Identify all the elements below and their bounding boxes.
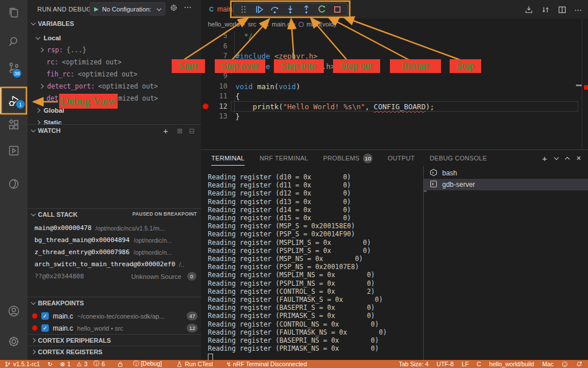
breakpoint-checkbox[interactable]: ✓ (41, 312, 49, 320)
chevron-right-icon (36, 108, 40, 112)
breakpoint-row[interactable]: ✓main.c~/conexio-tec/conexio-sdk/ap...47 (28, 310, 201, 322)
panel-tab-nrf-terminal[interactable]: NRF TERMINAL (260, 151, 308, 166)
maximize-panel-icon[interactable] (565, 156, 570, 161)
compare-changes-icon[interactable] (541, 5, 550, 14)
section-cortex-peripherals[interactable]: CORTEX PERIPHERALS (28, 334, 201, 346)
problems-summary[interactable]: ⊗1⚠3ⓘ6 (60, 360, 105, 368)
feedback-icon[interactable] (562, 361, 568, 367)
close-panel-icon[interactable]: × (577, 154, 581, 163)
panel-tab-output[interactable]: OUTPUT (388, 151, 415, 166)
error-count: 1 (67, 361, 71, 367)
variables-header[interactable]: VARIABLES (28, 18, 201, 29)
breakpoints-header[interactable]: BREAKPOINTS (28, 297, 201, 309)
section-title: CORTEX REGISTERS (38, 348, 102, 355)
vscode-window: 381 RUN AND DEBUG ▶ No Configuration: ⋯ … (0, 0, 588, 368)
status-item-2[interactable]: LF (462, 361, 469, 367)
chevron-down-icon (31, 212, 36, 216)
run-ctest-item[interactable]: Run CTest (176, 361, 213, 367)
breadcrumb-item[interactable]: hello_world (208, 21, 240, 28)
run-below-icon[interactable] (524, 5, 533, 14)
search-icon[interactable] (7, 34, 21, 48)
collapse-all-icon[interactable]: ⊟ (189, 127, 195, 135)
panel-tab-debug-console[interactable]: DEBUG CONSOLE (430, 151, 487, 166)
bell-icon[interactable] (576, 361, 582, 367)
frame-badge: 0 (187, 272, 196, 281)
overview-ruler-mark (576, 85, 582, 86)
status-item-0[interactable]: Tab Size: 4 (399, 361, 428, 367)
terminal-output[interactable]: Reading register (d10 = 0x 0) Reading re… (208, 173, 387, 352)
variable-value: <optimized out> (62, 58, 122, 66)
new-terminal-icon[interactable]: + (542, 154, 547, 163)
explorer-icon[interactable] (7, 6, 21, 20)
terminal-dropdown-icon[interactable] (554, 155, 559, 160)
stop-button[interactable] (331, 4, 344, 16)
status-item-5[interactable]: Mac (542, 361, 554, 367)
breakpoint-dot-icon (32, 325, 37, 331)
add-watch-icon[interactable]: + (163, 126, 168, 136)
breakpoint-row[interactable]: ✓main.chello_world • src12 (28, 322, 201, 334)
breadcrumb-item[interactable]: main.c (272, 21, 290, 28)
frame-source: Unknown Source (131, 273, 187, 280)
breadcrumb-item[interactable]: main(void) (307, 21, 336, 28)
terminal-list-item-gdb-server[interactable]: gdb-server (424, 179, 588, 190)
group-label: Local (44, 34, 61, 41)
breakpoint-checkbox[interactable]: ✓ (41, 324, 49, 332)
terminal-list-item-bash[interactable]: bash (424, 167, 588, 179)
breakpoint-line-badge: 12 (187, 324, 198, 332)
step-over-button[interactable] (269, 4, 281, 16)
settings-gear-icon[interactable] (7, 335, 21, 348)
variable-row[interactable]: detect_port:<optimized out> (28, 80, 201, 92)
step-into-button[interactable] (284, 4, 297, 16)
code-line (235, 41, 582, 52)
breakpoint-dot-icon[interactable] (203, 103, 208, 109)
variable-row[interactable]: rsp:{...} (28, 44, 201, 56)
stack-frame[interactable]: main@0x00000478/opt/nordic/ncs/v1.5.1/m.… (28, 222, 201, 234)
split-editor-icon[interactable] (558, 5, 567, 14)
branch-item[interactable]: v1.5.1-rc1 (5, 361, 40, 367)
annotation-label-debug-view: Debug View (59, 94, 118, 109)
test-explorer-icon[interactable] (7, 144, 21, 158)
group-static[interactable]: Static (28, 116, 201, 124)
sync-icon[interactable]: ↻ (48, 361, 53, 367)
panel-tab-terminal[interactable]: TERMINAL (211, 151, 245, 166)
stack-frame[interactable]: bg_thread_main@0x00004894/opt/nordic/n..… (28, 234, 201, 246)
continue-button[interactable] (253, 4, 265, 16)
lock-icon[interactable] (117, 361, 123, 367)
stack-frame[interactable]: arch_switch_to_main_thread@0x00002ef0/.. (28, 258, 201, 270)
chevron-down-icon (31, 21, 36, 25)
nrf-terminal-status[interactable]: ↯ nRF Terminal Disconnected (226, 361, 307, 367)
section-cortex-registers[interactable]: CORTEX REGISTERS (28, 346, 201, 357)
stack-frame[interactable]: z_thread_entry@0x00007986/opt/nordic/n..… (28, 246, 201, 258)
debug-toolbar (233, 3, 348, 16)
start-debug-icon[interactable]: ▶ (94, 6, 99, 12)
launch-config-dropdown[interactable]: ▶ No Configuration: (90, 2, 165, 16)
more-actions-icon[interactable]: ⋯ (184, 2, 192, 12)
terminal-icon (430, 180, 438, 190)
frame-name: bg_thread_main@0x00004894 (34, 236, 130, 244)
panel-tab-problems[interactable]: PROBLEMS10 (323, 151, 373, 166)
variable-value: <optimized out> (78, 70, 137, 78)
breakpoint-file: main.c (53, 324, 73, 332)
status-item-1[interactable]: UTF-8 (436, 361, 454, 367)
more-actions-icon[interactable]: ⋯ (574, 5, 582, 15)
extensions-icon[interactable] (7, 118, 21, 132)
paused-status: PAUSED ON BREAKPOINT (133, 211, 197, 217)
code-line: { (235, 91, 582, 102)
status-item-4[interactable]: hello_world/build (489, 361, 534, 367)
restart-button[interactable] (316, 4, 328, 16)
run-debug-sidebar: RUN AND DEBUG ▶ No Configuration: ⋯ VARI… (28, 0, 201, 360)
account-icon[interactable] (7, 304, 21, 318)
breadcrumb-item[interactable]: src (248, 21, 257, 28)
status-item-3[interactable]: C (477, 361, 481, 367)
debug-settings-gear-icon[interactable] (169, 3, 178, 14)
remove-all-watch-icon[interactable]: ⊠ (177, 127, 183, 135)
step-out-button[interactable] (300, 4, 312, 16)
nrf-connect-icon[interactable] (7, 177, 21, 191)
group-local[interactable]: Local (28, 32, 201, 44)
watch-header[interactable]: WATCH (28, 125, 201, 136)
breadcrumb[interactable]: hello_world›src›Cmain.c›main(void) (201, 18, 588, 30)
debug-status[interactable]: ⓘ [Debug] (133, 360, 162, 368)
code-editor[interactable]: 5 */67#include <zephyr.h>8#include <sys/… (201, 30, 582, 149)
stack-frame[interactable]: ??@0x20344808Unknown Source0 (28, 270, 201, 282)
variable-value: {...} (67, 46, 87, 54)
